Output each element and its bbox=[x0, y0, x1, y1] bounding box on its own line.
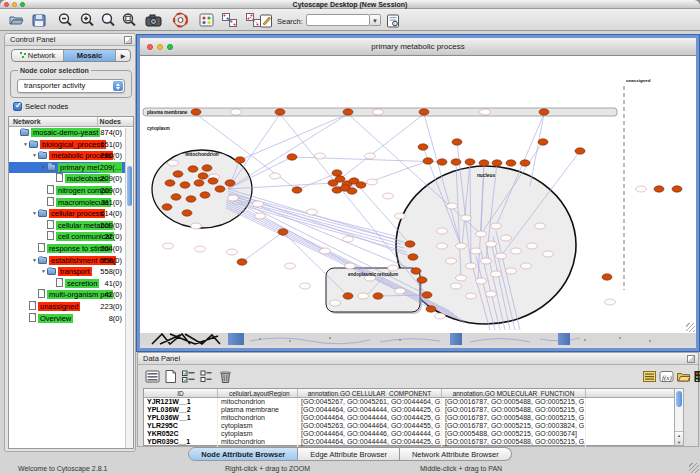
network-node[interactable] bbox=[496, 253, 507, 259]
tree-row-multi-organism-pro[interactable]: multi-organism pro42(0) bbox=[9, 289, 133, 301]
network-node[interactable] bbox=[480, 109, 491, 115]
network-node[interactable] bbox=[195, 246, 206, 252]
tree-row-metabolic-process[interactable]: ▼metabolic process280(0) bbox=[9, 150, 133, 162]
table-cell[interactable] bbox=[586, 406, 676, 414]
table-cell[interactable]: YDR039C__1 bbox=[144, 438, 218, 446]
network-node[interactable] bbox=[165, 180, 175, 186]
table-cell[interactable]: [GO:0016787, GO:0005488, GO:0005215, G..… bbox=[442, 414, 586, 422]
table-cell[interactable]: mitochondrion bbox=[218, 414, 298, 422]
network-node[interactable] bbox=[437, 228, 448, 234]
network-node[interactable] bbox=[182, 210, 192, 216]
network-node[interactable] bbox=[202, 165, 212, 171]
tree-row-establishment-of-lo[interactable]: ▼establishment of lo558(0) bbox=[9, 255, 133, 267]
network-node[interactable] bbox=[501, 235, 512, 241]
network-node[interactable] bbox=[395, 213, 406, 219]
network-node[interactable] bbox=[228, 195, 239, 201]
network-node[interactable] bbox=[491, 271, 502, 277]
network-node[interactable] bbox=[539, 109, 549, 115]
network-node[interactable] bbox=[422, 292, 432, 298]
table-scrollbar-thumb[interactable] bbox=[676, 391, 682, 407]
network-node[interactable] bbox=[471, 248, 482, 254]
network-node[interactable] bbox=[538, 139, 548, 145]
zoom-selected-icon[interactable] bbox=[100, 12, 117, 28]
table-cell[interactable] bbox=[586, 438, 676, 446]
table-cell[interactable]: plasma membrane bbox=[218, 406, 298, 414]
import-table-icon[interactable] bbox=[676, 369, 691, 384]
network-node[interactable] bbox=[335, 176, 345, 182]
save-icon[interactable] bbox=[31, 12, 48, 28]
network-node[interactable] bbox=[481, 258, 492, 264]
tree-row-cell-communicat[interactable]: cell communicat22(0) bbox=[9, 231, 133, 243]
more-tabs-icon[interactable]: ▶ bbox=[116, 50, 130, 61]
column-header-annotation-go-molecular-function[interactable]: annotation.GO MOLECULAR_FUNCTION bbox=[442, 389, 586, 397]
network-node[interactable] bbox=[527, 243, 538, 249]
tree-row-transport[interactable]: ▼transport558(0) bbox=[9, 266, 133, 278]
select-attributes-icon[interactable] bbox=[181, 369, 196, 384]
network-node[interactable] bbox=[506, 268, 517, 274]
table-row[interactable]: YPL036W__1mitochondrion[GO:0044464, GO:0… bbox=[144, 414, 676, 422]
tree-row-cellular-process[interactable]: ▼cellular process614(0) bbox=[9, 208, 133, 220]
float-panel-icon[interactable] bbox=[124, 36, 132, 44]
network-node[interactable] bbox=[198, 173, 208, 179]
table-cell[interactable]: YKR052C bbox=[144, 430, 218, 438]
network-node[interactable] bbox=[543, 251, 554, 257]
network-node[interactable] bbox=[437, 159, 447, 165]
network-node[interactable] bbox=[237, 259, 247, 265]
tree-row-nitrogen-compo[interactable]: nitrogen compo209(0) bbox=[9, 185, 133, 197]
network-node[interactable] bbox=[476, 231, 487, 237]
network-node[interactable] bbox=[451, 283, 462, 289]
network-node[interactable] bbox=[163, 243, 174, 249]
disclosure-triangle-icon[interactable]: ▼ bbox=[31, 208, 38, 220]
network-node[interactable] bbox=[270, 173, 281, 179]
layout-network-icon[interactable] bbox=[221, 12, 238, 28]
network-node[interactable] bbox=[520, 160, 530, 166]
table-cell[interactable]: YPL036W__1 bbox=[144, 414, 218, 422]
table-cell[interactable]: [GO:0044464, GO:0044446, GO:0044444, G..… bbox=[298, 430, 442, 438]
search-dropdown-icon[interactable]: ▼ bbox=[370, 14, 381, 26]
tree-row-nucleobase-[interactable]: nucleobase-209(0) bbox=[9, 173, 133, 185]
network-node[interactable] bbox=[395, 288, 406, 294]
network-graph[interactable]: plasma membranecytoplasmmitochondrionnuc… bbox=[140, 56, 696, 333]
table-cell[interactable]: cytoplasm bbox=[218, 430, 298, 438]
network-node[interactable] bbox=[486, 241, 497, 247]
table-cell[interactable] bbox=[586, 422, 676, 430]
annotation-icon[interactable] bbox=[258, 13, 275, 29]
tree-row-unassigned[interactable]: unassigned223(0) bbox=[9, 301, 133, 313]
network-node[interactable] bbox=[275, 109, 285, 115]
table-cell[interactable]: mitochondrion bbox=[218, 438, 298, 446]
network-node[interactable] bbox=[461, 215, 472, 221]
network-node[interactable] bbox=[452, 139, 462, 145]
network-node[interactable] bbox=[388, 265, 399, 271]
table-cell[interactable]: YPL036W__2 bbox=[144, 406, 218, 414]
network-node[interactable] bbox=[186, 196, 196, 202]
network-node[interactable] bbox=[437, 243, 448, 249]
network-node[interactable] bbox=[225, 180, 235, 186]
network-node[interactable] bbox=[188, 166, 198, 172]
delete-attribute-icon[interactable] bbox=[218, 369, 233, 384]
search-input[interactable] bbox=[306, 14, 370, 26]
tab-mosaic[interactable]: Mosaic bbox=[64, 50, 116, 61]
network-node[interactable] bbox=[521, 263, 532, 269]
node-color-dropdown[interactable]: transporter activity bbox=[17, 79, 125, 93]
select-nodes-row[interactable]: Select nodes bbox=[13, 102, 68, 112]
column-header--cellularlayoutregion[interactable]: _cellularLayoutRegion bbox=[218, 389, 298, 397]
tree-row-response-to-stimul[interactable]: response to stimul264(0) bbox=[9, 243, 133, 255]
network-node[interactable] bbox=[373, 293, 383, 299]
network-node[interactable] bbox=[343, 109, 353, 115]
network-node[interactable] bbox=[235, 157, 245, 163]
network-node[interactable] bbox=[315, 153, 326, 159]
table-cell[interactable]: [GO:0016787, GO:0005215, GO:0003824, G..… bbox=[442, 422, 586, 430]
zoom-out-icon[interactable] bbox=[57, 12, 74, 28]
network-node[interactable] bbox=[492, 160, 502, 166]
help-icon[interactable] bbox=[172, 12, 189, 28]
column-header-blank[interactable] bbox=[586, 389, 676, 397]
tree-row-cellular-metabol[interactable]: cellular metabol209(0) bbox=[9, 220, 133, 232]
table-cell[interactable] bbox=[586, 430, 676, 438]
table-cell[interactable] bbox=[586, 398, 676, 406]
unselect-attributes-icon[interactable] bbox=[199, 369, 214, 384]
tab-network-attribute-browser[interactable]: Network Attribute Browser bbox=[400, 447, 512, 461]
network-node[interactable] bbox=[408, 254, 418, 260]
network-node[interactable] bbox=[419, 109, 429, 115]
network-node[interactable] bbox=[479, 160, 489, 166]
network-node[interactable] bbox=[227, 249, 238, 255]
